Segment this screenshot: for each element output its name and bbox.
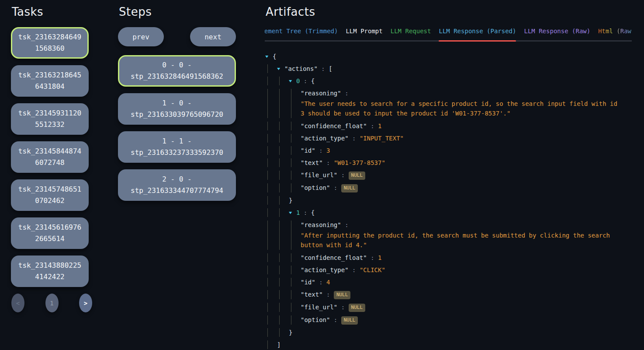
tab-llm-prompt[interactable]: LLM Prompt (346, 27, 382, 40)
indent-guide (267, 303, 279, 312)
json-token: "text" (301, 291, 323, 298)
tab-html-raw[interactable]: Html (Raw) (598, 27, 632, 40)
indent-guide (279, 183, 291, 192)
indent-guide (279, 122, 291, 130)
json-row: "reasoning" :"The user needs to search f… (265, 87, 632, 120)
json-token: "text" (301, 159, 323, 166)
step-button[interactable]: 1 - 1 - stp_231633237333592370 (118, 131, 236, 163)
task-button[interactable]: tsk_231456169762665614 (11, 217, 89, 249)
task-button[interactable]: tsk_231438802254142422 (11, 256, 89, 287)
collapse-arrow-icon[interactable]: ▼ (265, 52, 275, 61)
json-row-content: "text" : NULL (301, 290, 350, 299)
json-token: : (367, 122, 378, 130)
next-step-button[interactable]: next (190, 27, 236, 46)
indent-guide (279, 253, 291, 262)
indent-guide (267, 77, 279, 85)
json-row-content: "action_type" : "CLICK" (301, 266, 385, 274)
collapse-arrow-icon[interactable]: ▼ (277, 64, 287, 73)
json-token: : (300, 77, 311, 84)
json-token: "actions" (284, 65, 318, 72)
json-token: : (330, 184, 341, 191)
json-token: { (311, 77, 315, 84)
tasks-title: Tasks (12, 5, 89, 18)
json-key: "reasoning" (301, 221, 341, 228)
json-row: "file_url" : NULL (265, 301, 632, 314)
indent-guide (267, 158, 279, 167)
json-viewer: ▼{▼"actions" : [▼0 : {"reasoning" :"The … (265, 50, 632, 350)
indent-guide (267, 328, 279, 337)
json-row: ▼"actions" : [ (265, 63, 632, 75)
json-token: 1 (378, 254, 381, 261)
json-string-value: "The user needs to search for a specific… (301, 99, 621, 118)
json-row: "option" : NULL (265, 182, 632, 194)
json-row: "confidence_float" : 1 (265, 252, 632, 264)
pagination-page-1-button[interactable]: 1 (45, 294, 59, 312)
json-token: "id" (301, 279, 315, 286)
json-token: : (349, 266, 360, 273)
json-token: : (323, 159, 334, 166)
json-row: "text" : NULL (265, 288, 632, 301)
json-token: ] (277, 341, 280, 348)
null-badge: NULL (334, 291, 351, 299)
task-button[interactable]: tsk_231459311205512332 (11, 103, 89, 135)
json-token: : (330, 316, 341, 323)
json-token: "file_url" (301, 304, 337, 311)
json-key: "reasoning" (301, 90, 341, 97)
indent-guide (267, 208, 279, 217)
json-token: "action_type" (301, 266, 349, 273)
indent-guide (279, 303, 291, 312)
indent-guide (267, 171, 279, 180)
tab-llm-response-parsed[interactable]: LLM Response (Parsed) (439, 27, 516, 40)
task-button[interactable]: tsk_231632846491568360 (11, 27, 89, 59)
indent-guide (267, 253, 279, 262)
json-token: 4 (326, 279, 330, 286)
tab-llm-request[interactable]: LLM Request (391, 27, 431, 40)
tab-llm-response-raw[interactable]: LLM Response (Raw) (524, 27, 590, 40)
json-row: "file_url" : NULL (265, 169, 632, 182)
pagination-next-button[interactable]: > (79, 294, 92, 312)
json-token: "CLICK" (360, 266, 385, 273)
tab-bar-clip: Element Tree (Trimmed)LLM PromptLLM Requ… (265, 27, 632, 42)
prev-step-button[interactable]: prev (118, 27, 164, 46)
tasks-panel: Tasks tsk_231632846491568360tsk_23163218… (11, 5, 89, 312)
indent-guide (279, 266, 291, 274)
task-button[interactable]: tsk_231632186456431804 (11, 65, 89, 97)
steps-title: Steps (119, 5, 236, 18)
indent-guide (267, 220, 279, 250)
app-root: { "tasks": { "title": "Tasks", "selected… (0, 0, 644, 350)
tab-element-tree-trimmed[interactable]: Element Tree (Trimmed) (265, 27, 338, 40)
indent-guide (279, 220, 291, 250)
step-button[interactable]: 1 - 0 - stp_231633039765096720 (118, 93, 236, 125)
json-row-content: "action_type" : "INPUT_TEXT" (301, 134, 404, 143)
json-token: : (300, 209, 311, 216)
pagination-prev-button[interactable]: < (11, 294, 24, 312)
indent-guide (267, 290, 279, 299)
json-row: "option" : NULL (265, 314, 632, 326)
indent-guide (279, 315, 291, 325)
null-badge: NULL (349, 172, 366, 180)
artifacts-title: Artifacts (266, 5, 632, 18)
indent-guide (279, 158, 291, 167)
json-row-content: ] (277, 340, 280, 349)
task-button[interactable]: tsk_231457486510702462 (11, 179, 89, 211)
indent-guide (279, 89, 291, 118)
collapse-arrow-icon[interactable]: ▼ (289, 77, 299, 85)
json-token: } (289, 329, 292, 336)
json-string-value: "After inputting the product id, the sea… (301, 231, 621, 250)
task-button[interactable]: tsk_231458448746072748 (11, 141, 89, 173)
json-token: "confidence_float" (301, 254, 367, 261)
json-row-content: "reasoning" :"The user needs to search f… (301, 89, 621, 118)
json-row: "confidence_float" : 1 (265, 120, 632, 132)
json-row-content: "option" : NULL (301, 183, 358, 192)
json-row-content: "reasoning" :"After inputting the produc… (301, 220, 621, 250)
null-badge: NULL (341, 316, 358, 325)
artifacts-panel: Artifacts Element Tree (Trimmed)LLM Prom… (265, 5, 632, 350)
null-badge: NULL (341, 184, 358, 192)
json-token: : (367, 254, 378, 261)
indent-guide (267, 266, 279, 274)
step-button[interactable]: 2 - 0 - stp_231633344707774794 (118, 169, 236, 201)
step-button[interactable]: 0 - 0 - stp_231632846491568362 (118, 55, 236, 87)
json-row: "reasoning" :"After inputting the produc… (265, 219, 632, 252)
collapse-arrow-icon[interactable]: ▼ (289, 208, 299, 217)
json-row-content: "file_url" : NULL (301, 171, 365, 180)
